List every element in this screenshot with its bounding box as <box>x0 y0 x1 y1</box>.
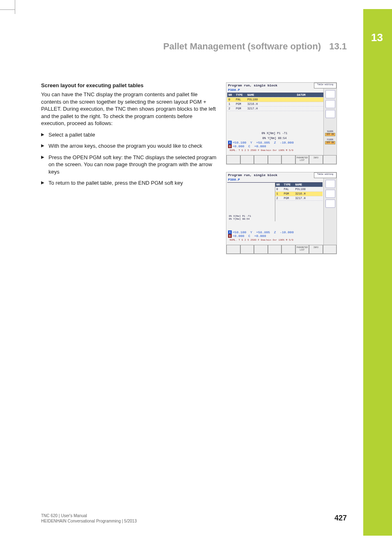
override-f: F100%OFF ON <box>324 139 337 144</box>
status-line: NOML. T S 2 5 2500 F 0mm/min Ovr 100% M … <box>228 148 321 153</box>
softkey-row: PARAMETER LIST INFO <box>226 155 337 164</box>
section-number: 13.1 <box>329 41 347 51</box>
screenshot-pgm-pallet: Table editing Program run, single block … <box>226 172 337 254</box>
col-name: NAME <box>246 93 267 97</box>
side-icon <box>325 110 335 118</box>
table-row: 0 PAL POL180 <box>275 187 323 192</box>
side-toolbar <box>323 178 337 245</box>
chapter-tab <box>363 9 392 536</box>
footer-line-1: TNC 620 | User's Manual <box>41 513 137 518</box>
instruction-list: Select a pallet table With the arrow key… <box>41 131 218 187</box>
list-item: To return to the pallet table, press the… <box>41 179 218 187</box>
softkey <box>268 155 282 164</box>
list-item: Press the OPEN PGM soft key: the TNC dis… <box>41 154 218 176</box>
softkey <box>281 245 295 254</box>
softkey: INFO <box>309 245 323 254</box>
softkey: PARAMETER LIST <box>295 155 309 164</box>
coord-readout: X+50.100 Y +58.805 Z -10.000 <box>228 141 321 144</box>
intro-paragraph: You can have the TNC display the program… <box>41 91 218 127</box>
softkey <box>281 155 295 164</box>
load-line-1: 0% X[Nm] P1 -T1 <box>229 215 251 218</box>
table-row: 2 PGM 3217.H <box>227 107 336 111</box>
list-item: Select a pallet table <box>41 131 218 139</box>
footer-line-2: HEIDENHAIN Conversational Programming | … <box>41 518 137 524</box>
load-line-1: 0% X[Nm] P1 -T1 <box>228 131 321 136</box>
text-column: Screen layout for executing pallet table… <box>41 82 226 262</box>
crop-mark-v <box>15 0 20 14</box>
table-row: 0 PAL POL180 <box>227 98 336 102</box>
softkey <box>226 245 240 254</box>
coord-readout-2: B+0.000 C +0.000 <box>228 234 321 238</box>
softkey <box>240 155 254 164</box>
softkey <box>240 245 254 254</box>
page-number: 427 <box>334 514 347 522</box>
ss-filename: P380.P <box>226 178 337 182</box>
table-row: 1 PGM 3216.H <box>275 192 323 196</box>
side-icon <box>325 180 335 188</box>
mode-box: Table editing <box>314 83 337 88</box>
load-line-2: 0% Y[Nm] 08:54 <box>228 136 321 141</box>
screenshot-pallet-table: Table editing Program run, single block … <box>226 82 337 165</box>
softkey: PARAMETER LIST <box>295 245 309 254</box>
softkey <box>226 155 240 164</box>
override-s: S100%OFF ON <box>324 130 337 136</box>
col-type: TYPE <box>235 93 246 97</box>
softkey <box>323 245 337 254</box>
load-line-2: 0% Y[Nm] 08:54 <box>229 218 251 221</box>
chapter-title: Pallet Management (software option) <box>163 41 321 51</box>
footer-text: TNC 620 | User's Manual HEIDENHAIN Conve… <box>41 513 137 524</box>
program-pane: 0% X[Nm] P1 -T1 0% Y[Nm] 08:54 <box>227 183 275 221</box>
coord-readout: X+50.100 Y +58.805 Z -10.000 <box>228 230 321 234</box>
softkey <box>254 245 268 254</box>
softkey <box>254 155 268 164</box>
softkey: INFO <box>309 155 323 164</box>
softkey <box>268 245 282 254</box>
side-icon <box>325 200 335 208</box>
col-nr: NR <box>227 93 235 97</box>
crop-mark-h <box>0 9 15 10</box>
status-line: NOML. T S 2 5 2500 F 0mm/min Ovr 100% M … <box>228 238 321 242</box>
mode-box: Table editing <box>314 172 337 178</box>
subheading: Screen layout for executing pallet table… <box>41 82 218 88</box>
ss-filename: P380.P <box>226 88 337 93</box>
pallet-pane: NR TYPE NAME 0 PAL POL180 1 PGM 3216.H <box>275 183 323 221</box>
screenshot-column: Table editing Program run, single block … <box>226 82 349 262</box>
softkey-row: PARAMETER LIST INFO <box>226 245 337 254</box>
softkey <box>323 155 337 164</box>
chapter-number: 13 <box>371 31 383 44</box>
side-icon <box>325 100 335 108</box>
side-icon <box>325 90 335 98</box>
table-row: 2 PGM 3217.H <box>275 196 323 201</box>
chapter-header: Pallet Management (software option) 13.1 <box>163 41 347 52</box>
list-item: With the arrow keys, choose the program … <box>41 142 218 150</box>
table-row: 1 PGM 3216.H <box>227 102 336 107</box>
side-icon <box>325 190 335 198</box>
side-toolbar: S100%OFF ON F100%OFF ON <box>323 88 337 155</box>
coord-readout-2: B+0.000 C +0.000 <box>228 144 321 148</box>
pallet-table: NR TYPE NAME DATUM 0 PAL POL180 1 PGM 32… <box>227 93 336 111</box>
